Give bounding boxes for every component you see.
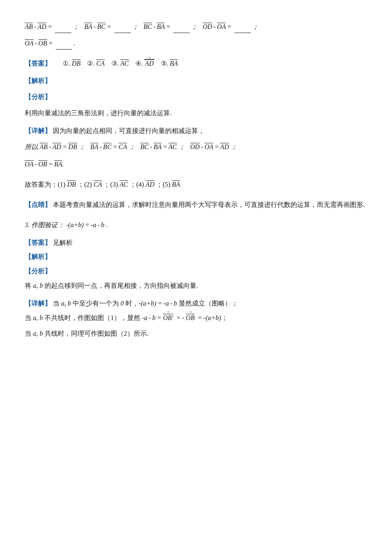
sep-3: ；	[191, 23, 198, 30]
jiexi3-label: 【解析】	[25, 253, 51, 260]
fenxi-text: 利用向量减法的三角形法则，进行向量的减法运算.	[25, 107, 367, 119]
blank-1	[55, 21, 71, 33]
conc-2: CA	[94, 181, 102, 188]
result-sep3: ；	[179, 143, 189, 150]
xiangxi3-text3-line: 当 a, b 共线时，同理可作图如图（2）所示.	[25, 328, 367, 340]
expr-ba-bc: BA - BC =	[84, 23, 111, 30]
sep-1: ；	[73, 23, 79, 30]
answer-item-2-num: ②.	[87, 58, 94, 70]
conc-3: AC	[120, 181, 128, 188]
xiangxi-text: 因为向量的起点相同，可直接进行向量的相减运算，	[53, 127, 205, 134]
answer3-section: 【答案】 见解析	[25, 237, 367, 249]
result-period: .	[62, 161, 64, 168]
sep-4: ；	[252, 23, 259, 30]
jiexi-label: 【解析】	[25, 75, 367, 87]
result-equations: 所以 AB - AD = DB ； BA - BC = CA ； BC - BA…	[25, 141, 367, 153]
result-1: AB - AD = DB	[40, 143, 77, 150]
result-sep4: ；	[231, 143, 237, 150]
problem-3-num: 3. 作图验证：	[25, 221, 64, 228]
result-prefix: 所以	[25, 143, 40, 150]
blank-4	[234, 21, 251, 33]
xiangxi3-text3: 当 a, b 共线时，同理可作图如图（2）所示.	[25, 330, 149, 337]
answer-label: 【答案】	[25, 60, 51, 67]
blank-3	[173, 21, 190, 33]
conclusion-prefix: 故答案为：(1)	[25, 181, 67, 188]
dianqing-label: 【点睛】	[25, 201, 51, 208]
blank-2	[114, 21, 131, 33]
result-line-2: OA - OB = BA.	[25, 159, 367, 171]
answer-item-4-num: ④.	[135, 58, 143, 70]
xiangxi3-text1: 当 a, b 中至少有一个为 0 时，-(a+b) = -a - b 显然成立（…	[53, 300, 238, 307]
result-sep1: ；	[79, 143, 89, 150]
problem-3-period: .	[106, 221, 108, 228]
problem-3-expr: -(a+b) = -a - b	[66, 221, 104, 228]
answer-item-1-num: ①.	[63, 58, 70, 70]
conc-1: DB	[67, 181, 76, 188]
result-2: BA - BC = CA	[90, 143, 127, 150]
expr-ab-ad: AB - AD =	[25, 23, 52, 30]
conc-s2: ；(3)	[104, 181, 120, 188]
problem-3-line: 3. 作图验证： -(a+b) = -a - b .	[25, 219, 367, 231]
expr-bc-ba: BC - BA =	[144, 23, 170, 30]
answer-item-2-val: CA	[96, 60, 104, 67]
answer3-label: 【答案】	[25, 239, 51, 246]
conc-4: AD	[146, 181, 154, 188]
dianqing-text: 本题考查向量减法的运算，求解时注意向量用两个大写字母表示，可直接进行代数的运算，…	[53, 201, 365, 208]
answer-item-1-val: DB	[72, 60, 80, 67]
fenxi3-label: 【分析】	[25, 268, 51, 275]
answer-item-4-val: ⌢ AD	[144, 58, 154, 70]
result-sep2: ；	[129, 143, 139, 150]
equation-line-2: OA - OB = .	[25, 37, 367, 50]
conc-s4: ；(5)	[156, 181, 172, 188]
xiangxi3-label: 【详解】	[25, 300, 51, 307]
fenxi3-label-line: 【分析】	[25, 266, 367, 278]
jiexi3-label-line: 【解析】	[25, 251, 367, 263]
answer-section: 【答案】 ①. DB ②. CA ③. AC ④. ⌢ AD ⑤. BA	[25, 58, 367, 70]
xiangxi3-text2: 当 a, b 不共线时，作图如图（1），显然 -a - b = → OB' = …	[25, 314, 228, 321]
blank-5	[56, 37, 72, 50]
conc-5: BA	[172, 181, 180, 188]
answer-item-3-num: ③.	[111, 58, 119, 70]
period-1: .	[73, 40, 75, 47]
result-4: OD - OA = AD	[190, 143, 229, 150]
fenxi-label: 【分析】	[25, 91, 367, 103]
answer-item-3-val: AC	[120, 60, 129, 67]
equation-line-1: AB - AD = ； BA - BC = ； BC - BA = ； OD -…	[25, 21, 367, 33]
expr-od-oa: OD - OA =	[203, 23, 231, 30]
conc-s1: ；(2)	[78, 181, 94, 188]
answer-item-5-val: BA	[170, 60, 178, 67]
expr-oa-ob: OA - OB =	[25, 40, 53, 47]
xiangxi3-text2-line: 当 a, b 不共线时，作图如图（1），显然 -a - b = → OB' = …	[25, 312, 367, 324]
xiangxi3-label-line: 【详解】 当 a, b 中至少有一个为 0 时，-(a+b) = -a - b …	[25, 298, 367, 310]
conclusion-line: 故答案为：(1) DB ；(2) CA ；(3) AC ；(4) AD ；(5)…	[25, 179, 367, 191]
answer-item-5-num: ⑤.	[161, 58, 168, 70]
xiangxi-label-line: 【详解】 因为向量的起点相同，可直接进行向量的相减运算，	[25, 125, 367, 137]
dianqing-section: 【点睛】 本题考查向量减法的运算，求解时注意向量用两个大写字母表示，可直接进行代…	[25, 199, 367, 211]
answer3-val: 见解析	[53, 239, 73, 246]
sep-2: ；	[132, 23, 139, 30]
conc-s3: ；(4)	[130, 181, 146, 188]
fenxi3-text-line: 将 a, b 的起点移到同一点，再首尾相接，方向指向被减向量.	[25, 280, 367, 292]
result-3: BC - BA = AC	[140, 143, 177, 150]
fenxi3-text: 将 a, b 的起点移到同一点，再首尾相接，方向指向被减向量.	[25, 282, 198, 289]
